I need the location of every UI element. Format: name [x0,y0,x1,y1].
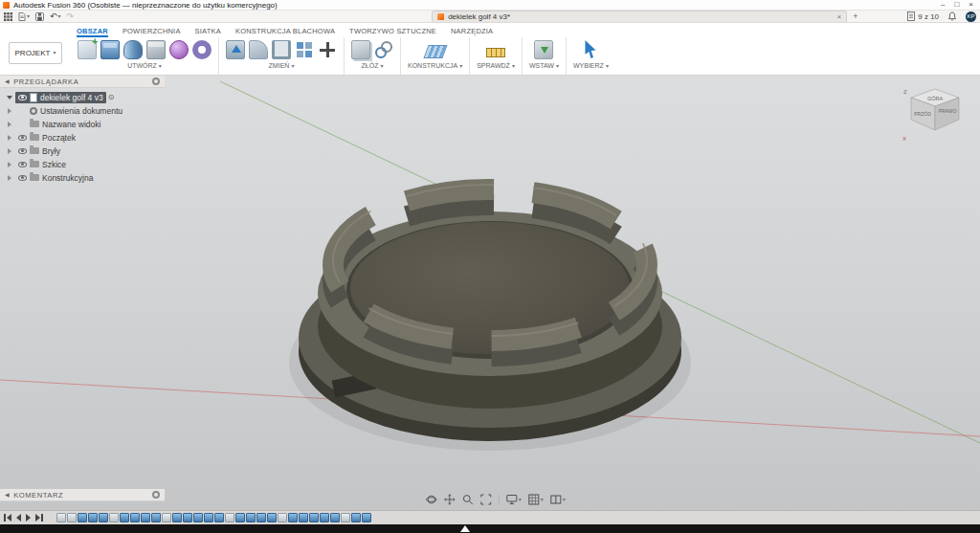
browser-item-nazwane-widoki[interactable]: Nazwane widoki ⊙ [2,118,165,130]
playhead-marker-icon[interactable] [460,525,470,532]
timeline-feature[interactable] [56,513,66,522]
expand-arrow-icon[interactable] [5,96,13,100]
group-label-zmien[interactable]: ZMIEŃ▾ [269,62,295,69]
group-label-sprawdz[interactable]: SPRAWDŹ▾ [477,62,515,69]
timeline-feature[interactable] [88,513,98,522]
document-counter[interactable]: 9 z 10 [907,11,939,21]
timeline-feature[interactable] [362,513,371,522]
torus-primitive-icon[interactable] [192,40,212,59]
group-label-zloz[interactable]: ZŁÓŻ▾ [362,62,384,69]
timeline-feature[interactable] [193,513,203,522]
insert-icon[interactable] [534,40,553,59]
timeline-feature[interactable] [204,513,213,522]
expand-arrow-icon[interactable] [5,108,13,114]
timeline-feature[interactable] [151,513,161,522]
measure-icon[interactable] [486,48,505,57]
timeline-feature[interactable] [309,513,319,522]
visibility-eye-icon[interactable] [18,162,27,167]
timeline-feature[interactable] [172,513,182,522]
close-button[interactable]: × [969,1,973,9]
assemble-icon[interactable] [351,40,370,59]
group-label-wstaw[interactable]: WSTAW▾ [529,62,559,69]
tab-siatka[interactable]: SIATKA [195,27,221,37]
press-pull-icon[interactable] [226,40,245,59]
browser-item-konstrukcyjna[interactable]: Konstrukcyjna ⊙ [2,171,165,184]
expand-arrow-icon[interactable] [5,162,13,167]
timeline-feature[interactable] [99,513,108,522]
timeline-feature[interactable] [320,513,329,522]
timeline-feature[interactable] [288,513,298,522]
timeline-feature[interactable] [120,513,129,522]
timeline-feature[interactable] [299,513,308,522]
timeline-feature[interactable] [256,513,266,522]
skip-start-button[interactable] [4,514,11,522]
shell-icon[interactable] [272,40,291,59]
expand-arrow-icon[interactable] [5,175,13,181]
group-label-konstrukcja[interactable]: KONSTRUKCJA▾ [408,62,462,69]
zoom-icon[interactable] [462,494,474,505]
box-primitive-icon[interactable] [146,40,166,59]
grid-settings-icon[interactable]: ▾ [528,494,544,505]
browser-item-dekielek[interactable]: dekielek golf 4 v3 ⊙ [2,91,165,103]
display-settings-icon[interactable]: ▾ [506,494,522,505]
timeline-scrub-strip[interactable] [0,524,980,533]
browser-item-szkice[interactable]: Szkice ⊙ [2,158,165,170]
collapse-arrow-icon[interactable]: ◀ [5,492,10,498]
fillet-icon[interactable] [249,40,268,59]
timeline-feature[interactable] [267,513,277,522]
joint-icon[interactable] [374,40,393,59]
form-icon[interactable] [169,40,189,59]
play-button[interactable] [26,514,31,522]
notifications-bell-icon[interactable] [947,11,957,21]
timeline-feature[interactable] [330,513,340,522]
tab-narzedzia[interactable]: NARZĘDZIA [451,27,493,37]
select-icon[interactable] [583,40,598,59]
timeline-feature[interactable] [109,513,119,522]
timeline-feature[interactable] [214,513,224,522]
group-label-utworz[interactable]: UTWÓRZ▾ [127,62,162,69]
file-menu-icon[interactable]: ▾ [18,12,30,21]
expand-arrow-icon[interactable] [5,122,13,127]
gear-icon[interactable] [152,491,160,499]
new-component-icon[interactable] [78,40,97,59]
extrude-icon[interactable] [100,40,120,59]
gear-icon[interactable] [152,78,160,85]
step-back-button[interactable] [16,514,21,522]
orbit-icon[interactable] [426,494,437,505]
tab-tworzywo-sztuczne[interactable]: TWORZYWO SZTUCZNE [349,27,436,37]
group-label-wybierz[interactable]: WYBIERZ▾ [573,62,609,69]
viewcube[interactable]: Z GÓRA PRZÓD PRAWO X [900,83,970,148]
timeline-feature[interactable] [246,513,256,522]
browser-item-bryly[interactable]: Bryły ⊙ [2,144,165,157]
visibility-eye-icon[interactable] [18,148,27,154]
construction-plane-icon[interactable] [423,45,447,58]
browser-item-poczatek[interactable]: Początek ⊙ [2,131,165,144]
timeline-feature[interactable] [67,513,77,522]
timeline-feature[interactable] [278,513,287,522]
timeline-feature[interactable] [235,513,245,522]
expand-arrow-icon[interactable] [5,148,13,154]
user-avatar[interactable]: KP [966,11,976,22]
timeline-feature[interactable] [225,513,234,522]
app-grid-icon[interactable] [4,12,12,21]
tab-konstrukcja-blachowa[interactable]: KONSTRUKCJA BLACHOWA [235,27,335,37]
tab-close-icon[interactable]: × [836,13,841,21]
redo-icon[interactable]: ↷ [67,12,75,21]
visibility-eye-icon[interactable] [18,175,27,181]
undo-icon[interactable]: ↶ ▾ [50,12,61,21]
expand-arrow-icon[interactable] [5,135,13,141]
move-copy-icon[interactable] [318,40,337,59]
timeline-feature[interactable] [141,513,150,522]
tab-powierzchnia[interactable]: POWIERZCHNIA [122,27,181,37]
new-tab-button[interactable]: + [853,12,858,21]
collapse-arrow-icon[interactable]: ◀ [5,78,10,84]
document-tab[interactable]: dekielek golf 4 v3* × [432,11,847,22]
revolve-icon[interactable] [123,40,143,59]
visibility-eye-icon[interactable] [18,135,27,141]
save-icon[interactable] [35,12,44,21]
fit-view-icon[interactable] [480,494,492,505]
skip-end-button[interactable] [35,514,43,522]
pan-icon[interactable] [444,494,456,505]
minimize-button[interactable]: – [941,1,945,9]
browser-item-ustawienia-dokumentu[interactable]: Ustawienia dokumentu ⊙ [2,104,165,117]
